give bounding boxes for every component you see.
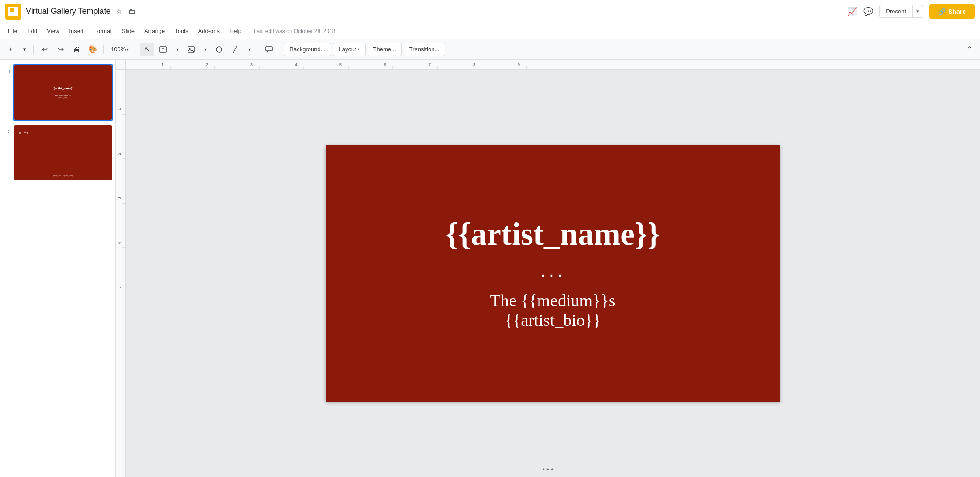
menu-addons[interactable]: Add-ons	[194, 26, 224, 36]
background-button[interactable]: Background...	[284, 43, 331, 56]
layout-button[interactable]: Layout ▾	[333, 43, 365, 56]
background-label: Background...	[290, 46, 325, 53]
redo-button[interactable]: ↪	[53, 43, 68, 56]
svg-text:5: 5	[339, 62, 342, 67]
theme-button[interactable]: Theme...	[368, 43, 402, 56]
doc-title: Virtual Gallery Template	[26, 7, 110, 16]
layout-label: Layout	[339, 46, 356, 53]
slide-canvas: {{artist_name}} ... The {{medium}}s {{ar…	[126, 70, 980, 477]
thumb-1-bio: {{artist_bio}}	[57, 96, 69, 99]
menu-edit[interactable]: Edit	[23, 26, 41, 36]
slide-number-1: 1	[4, 69, 11, 74]
svg-text:2: 2	[206, 62, 208, 67]
slide-thumb-1-content: {{artist_name}} ... The {{medium}}s {{ar…	[14, 65, 112, 120]
add-slide-arrow: ▾	[23, 46, 26, 53]
svg-text:5: 5	[117, 286, 122, 288]
thumb-2-bottom: {{start_text}} - {{end_text}}	[14, 174, 112, 177]
artist-name-display[interactable]: {{artist_name}}	[445, 217, 660, 252]
menu-help[interactable]: Help	[225, 26, 246, 36]
zoom-dropdown[interactable]: 100% ▾	[107, 43, 132, 56]
cursor-tool-button[interactable]: ↖	[140, 43, 154, 56]
thumb-1-dots: ...	[62, 90, 65, 94]
menu-view[interactable]: View	[42, 26, 64, 36]
toolbar-separator-4	[258, 45, 258, 54]
svg-point-3	[216, 47, 222, 52]
ruler-corner	[116, 60, 126, 70]
insert-comment-button[interactable]	[262, 43, 276, 56]
svg-text:9: 9	[518, 62, 520, 67]
slide-item-2[interactable]: 2 {{title}} {{start_text}} - {{end_text}…	[3, 124, 113, 181]
add-slide-dropdown[interactable]: ▾	[20, 43, 30, 56]
header-right: 📈 💬 Present ▾ 🔗 Share	[847, 4, 975, 19]
svg-rect-4	[266, 47, 272, 51]
title-bar: Virtual Gallery Template ☆ 🗀 📈 💬 Present…	[0, 0, 980, 23]
slides-panel: 1 {{artist_name}} ... The {{medium}}s {{…	[0, 60, 116, 477]
bottom-page-indicator: • • •	[116, 465, 980, 473]
present-label[interactable]: Present	[880, 5, 913, 17]
svg-text:2: 2	[117, 152, 122, 155]
layout-arrow: ▾	[358, 47, 360, 52]
image-dropdown[interactable]: ▾	[200, 43, 210, 56]
present-dropdown-arrow[interactable]: ▾	[913, 6, 923, 17]
add-slide-button[interactable]: +	[4, 43, 18, 56]
slide-thumb-2[interactable]: {{title}} {{start_text}} - {{end_text}}	[14, 125, 112, 180]
toolbar-separator-3	[136, 45, 136, 54]
textbox-tool-button[interactable]	[156, 43, 170, 56]
app-logo	[5, 4, 21, 20]
share-icon: 🔗	[938, 8, 946, 15]
line-tool-button[interactable]: ╱	[228, 43, 242, 56]
toolbar-separator-5	[280, 45, 280, 54]
zoom-label: 100%	[111, 46, 126, 53]
bio-display[interactable]: {{artist_bio}}	[505, 310, 601, 330]
collapse-toolbar-button[interactable]: ⌃	[962, 43, 976, 56]
toolbar-separator-1	[33, 45, 34, 54]
paintformat-button[interactable]: 🎨	[86, 43, 100, 56]
menu-tools[interactable]: Tools	[170, 26, 192, 36]
share-button[interactable]: 🔗 Share	[929, 4, 975, 19]
last-edit-text: Last edit was on October 28, 2018	[254, 28, 335, 34]
svg-point-2	[189, 48, 191, 49]
app-logo-inner	[8, 7, 18, 16]
image-tool-button[interactable]	[184, 43, 198, 56]
slide-main[interactable]: {{artist_name}} ... The {{medium}}s {{ar…	[326, 145, 780, 402]
ellipsis-display: ...	[540, 257, 566, 282]
star-icon[interactable]: ☆	[114, 6, 124, 16]
svg-text:4: 4	[295, 62, 297, 67]
svg-text:1: 1	[161, 62, 163, 67]
present-button[interactable]: Present ▾	[879, 5, 923, 18]
textbox-arrow: ▾	[176, 47, 179, 52]
print-button[interactable]: 🖨	[69, 43, 84, 56]
canvas-area: 1 2 3 4 5 6 7 8 9	[116, 60, 980, 477]
folder-icon[interactable]: 🗀	[127, 7, 137, 16]
menu-insert[interactable]: Insert	[65, 26, 88, 36]
svg-text:3: 3	[250, 62, 253, 67]
line-dropdown[interactable]: ▾	[244, 43, 254, 56]
zoom-arrow: ▾	[127, 47, 129, 52]
svg-text:8: 8	[473, 62, 475, 67]
theme-label: Theme...	[373, 46, 396, 53]
thumb-1-title: {{artist_name}}	[53, 86, 74, 90]
menu-slide[interactable]: Slide	[117, 26, 139, 36]
line-arrow: ▾	[249, 47, 251, 52]
transition-button[interactable]: Transition...	[404, 43, 445, 56]
textbox-dropdown[interactable]: ▾	[172, 43, 182, 56]
menu-file[interactable]: File	[4, 26, 22, 36]
menu-format[interactable]: Format	[89, 26, 116, 36]
menu-arrange[interactable]: Arrange	[140, 26, 169, 36]
slide-item-1[interactable]: 1 {{artist_name}} ... The {{medium}}s {{…	[3, 64, 113, 121]
slide-thumb-1[interactable]: {{artist_name}} ... The {{medium}}s {{ar…	[14, 65, 112, 120]
comments-icon[interactable]: 💬	[863, 7, 873, 16]
svg-text:7: 7	[429, 62, 431, 67]
main-area: 1 {{artist_name}} ... The {{medium}}s {{…	[0, 60, 980, 477]
share-label: Share	[948, 8, 966, 15]
medium-display[interactable]: The {{medium}}s	[490, 291, 616, 310]
svg-text:3: 3	[117, 197, 122, 199]
undo-button[interactable]: ↩	[37, 43, 52, 56]
activity-icon[interactable]: 📈	[847, 7, 857, 16]
slide-number-2: 2	[4, 129, 11, 134]
menu-bar: File Edit View Insert Format Slide Arran…	[0, 23, 980, 39]
toolbar: + ▾ ↩ ↪ 🖨 🎨 100% ▾ ↖ ▾ ▾ ╱ ▾ Background.…	[0, 39, 980, 60]
svg-text:6: 6	[384, 62, 386, 67]
shapes-tool-button[interactable]	[212, 43, 226, 56]
transition-label: Transition...	[409, 46, 439, 53]
